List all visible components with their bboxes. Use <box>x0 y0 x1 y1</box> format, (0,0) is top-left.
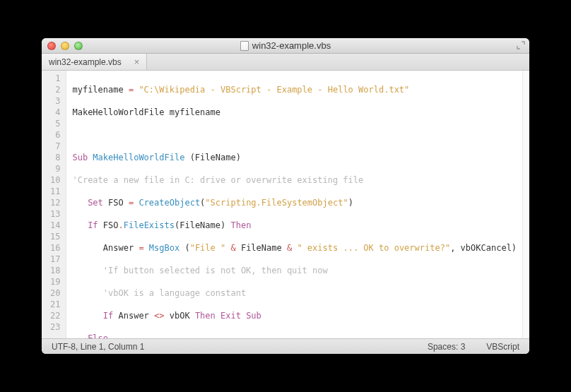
scrollbar[interactable] <box>522 71 529 338</box>
editor-area: 1234567891011121314151617181920212223 my… <box>42 71 529 338</box>
status-language[interactable]: VBScript <box>486 342 519 352</box>
close-icon[interactable] <box>47 42 56 50</box>
tab-file[interactable]: win32-example.vbs × <box>42 54 147 70</box>
tab-bar: win32-example.vbs × <box>42 54 529 71</box>
minimize-icon[interactable] <box>61 42 69 50</box>
tab-label: win32-example.vbs <box>49 57 122 67</box>
titlebar[interactable]: win32-example.vbs <box>42 38 529 54</box>
window-title: win32-example.vbs <box>42 40 529 51</box>
status-spaces[interactable]: Spaces: 3 <box>428 342 465 352</box>
line-gutter: 1234567891011121314151617181920212223 <box>42 71 66 338</box>
window-title-text: win32-example.vbs <box>252 40 331 51</box>
zoom-icon[interactable] <box>74 42 83 50</box>
window-controls <box>47 42 83 50</box>
status-left[interactable]: UTF-8, Line 1, Column 1 <box>52 342 144 352</box>
code-area[interactable]: myfilename = "C:\Wikipedia - VBScript - … <box>66 71 522 338</box>
editor-window: win32-example.vbs win32-example.vbs × 12… <box>42 38 529 354</box>
file-icon <box>240 41 249 51</box>
status-bar: UTF-8, Line 1, Column 1 Spaces: 3 VBScri… <box>42 338 529 354</box>
close-icon[interactable]: × <box>134 57 140 67</box>
fullscreen-icon[interactable] <box>517 41 525 49</box>
